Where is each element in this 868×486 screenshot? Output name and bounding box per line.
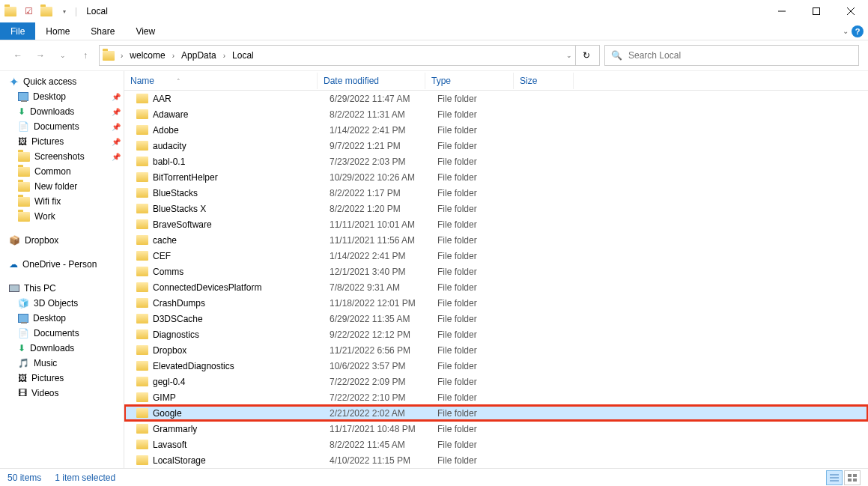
nav-item[interactable]: 📄Documents [0, 326, 124, 341]
file-row[interactable]: babl-0.1 7/23/2022 2:03 PM File folder [124, 154, 868, 169]
forward-button[interactable]: → [31, 46, 49, 64]
nav-item[interactable]: Desktop [0, 311, 124, 326]
breadcrumb-seg[interactable]: AppData [180, 50, 217, 61]
nav-item[interactable]: Work [0, 209, 124, 224]
nav-item[interactable]: 🧊3D Objects [0, 296, 124, 311]
window-title: Local [83, 6, 765, 16]
nav-item[interactable]: ⬇Downloads📌 [0, 104, 124, 119]
nav-item[interactable]: New folder [0, 179, 124, 194]
nav-this-pc[interactable]: This PC [0, 281, 124, 296]
view-icons-button[interactable] [844, 470, 861, 485]
nav-item[interactable]: 📄Documents📌 [0, 119, 124, 134]
ribbon-collapse-icon[interactable]: ⌄ [843, 27, 849, 35]
nav-quick-access[interactable]: ✦Quick access [0, 74, 124, 89]
col-size[interactable]: Size [514, 73, 574, 89]
qat-dropdown-icon[interactable]: ▾ [57, 4, 72, 19]
nav-item[interactable]: 🎞Videos [0, 386, 124, 401]
file-row[interactable]: BraveSoftware 11/11/2021 10:01 AM File f… [124, 216, 868, 232]
file-row[interactable]: AAR 6/29/2022 11:47 AM File folder [124, 91, 868, 106]
file-row[interactable]: Lavasoft 8/2/2022 11:45 AM File folder [124, 437, 868, 452]
history-dropdown-icon[interactable]: ⌄ [54, 46, 72, 64]
nav-item[interactable]: 🖼Pictures📌 [0, 134, 124, 149]
col-name[interactable]: Name˄ [124, 73, 318, 89]
chevron-right-icon[interactable]: › [118, 52, 126, 60]
file-row[interactable]: Diagnostics 9/22/2022 12:12 PM File fold… [124, 326, 868, 342]
file-name: D3DSCache [153, 314, 203, 324]
file-list[interactable]: Name˄ Date modified Type Size AAR 6/29/2… [124, 71, 868, 468]
view-details-button[interactable] [826, 470, 843, 485]
folder-icon [136, 361, 148, 371]
file-name: ConnectedDevicesPlatform [153, 282, 261, 293]
col-date[interactable]: Date modified [318, 73, 425, 89]
folder-icon [136, 424, 148, 434]
tab-view[interactable]: View [125, 22, 166, 40]
nav-label: Dropbox [25, 235, 58, 246]
file-row[interactable]: Google 2/21/2022 2:02 AM File folder [124, 405, 868, 421]
close-button[interactable] [834, 0, 868, 22]
search-input[interactable] [628, 50, 852, 61]
file-type: File folder [431, 361, 520, 371]
minimize-button[interactable] [765, 0, 799, 22]
nav-label: Desktop [33, 313, 66, 324]
nav-item[interactable]: 🖼Pictures [0, 371, 124, 386]
breadcrumb-seg[interactable]: Local [231, 50, 255, 61]
file-row[interactable]: Dropbox 11/21/2022 6:56 PM File folder [124, 342, 868, 358]
file-type: File folder [431, 157, 520, 167]
nav-item[interactable]: 🎵Music [0, 356, 124, 371]
nav-label: Common [34, 166, 71, 177]
refresh-button[interactable]: ↻ [575, 45, 596, 66]
tab-file[interactable]: File [0, 22, 35, 40]
file-row[interactable]: gegl-0.4 7/22/2022 2:09 PM File folder [124, 374, 868, 389]
nav-item[interactable]: Wifi fix [0, 194, 124, 209]
file-row[interactable]: ConnectedDevicesPlatform 7/8/2022 9:31 A… [124, 279, 868, 295]
file-row[interactable]: Adobe 1/14/2022 2:41 PM File folder [124, 122, 868, 138]
picture-icon: 🖼 [18, 373, 27, 383]
file-row[interactable]: BitTorrentHelper 10/29/2022 10:26 AM Fil… [124, 169, 868, 185]
3d-icon: 🧊 [18, 298, 29, 309]
file-name: Diagnostics [153, 329, 199, 340]
file-row[interactable]: GIMP 7/22/2022 2:10 PM File folder [124, 389, 868, 405]
file-row[interactable]: cache 11/11/2021 11:56 AM File folder [124, 232, 868, 248]
file-name: Lavasoft [153, 440, 186, 450]
address-bar[interactable]: › welcome › AppData › Local ⌄ ↻ [99, 45, 600, 66]
new-folder-icon[interactable] [39, 4, 54, 19]
titlebar: ☑ ▾ | Local [0, 0, 868, 22]
maximize-button[interactable] [799, 0, 834, 22]
chevron-right-icon[interactable]: › [169, 52, 177, 60]
video-icon: 🎞 [18, 388, 27, 398]
help-icon[interactable]: ? [852, 25, 864, 37]
file-row[interactable]: Adaware 8/2/2022 11:31 AM File folder [124, 106, 868, 122]
nav-item[interactable]: Screenshots📌 [0, 149, 124, 164]
col-type[interactable]: Type [425, 73, 514, 89]
file-row[interactable]: LocalStorage 4/10/2022 11:15 PM File fol… [124, 452, 868, 468]
nav-item[interactable]: ⬇Downloads [0, 341, 124, 356]
properties-icon[interactable]: ☑ [21, 4, 36, 19]
file-row[interactable]: audacity 9/7/2022 1:21 PM File folder [124, 138, 868, 154]
tab-share[interactable]: Share [80, 22, 125, 40]
up-button[interactable]: ↑ [76, 46, 94, 64]
tab-home[interactable]: Home [35, 22, 80, 40]
file-date: 4/10/2022 11:15 PM [324, 455, 431, 466]
search-box[interactable]: 🔍 [604, 45, 859, 66]
folder-icon [136, 345, 148, 355]
nav-pane[interactable]: ✦Quick access Desktop📌⬇Downloads📌📄Docume… [0, 71, 124, 468]
address-dropdown-icon[interactable]: ⌄ [566, 52, 572, 59]
file-row[interactable]: CEF 1/14/2022 2:41 PM File folder [124, 248, 868, 264]
nav-item[interactable]: Desktop📌 [0, 89, 124, 104]
file-row[interactable]: CrashDumps 11/18/2022 12:01 PM File fold… [124, 295, 868, 311]
back-button[interactable]: ← [9, 46, 27, 64]
nav-onedrive[interactable]: ☁OneDrive - Person [0, 257, 124, 272]
pin-icon: 📌 [112, 123, 121, 131]
folder-icon [136, 329, 148, 339]
file-row[interactable]: Grammarly 11/17/2021 10:48 PM File folde… [124, 421, 868, 437]
file-row[interactable]: ElevatedDiagnostics 10/6/2022 3:57 PM Fi… [124, 358, 868, 374]
file-row[interactable]: BlueStacks 8/2/2022 1:17 PM File folder [124, 185, 868, 201]
nav-dropbox[interactable]: 📦Dropbox [0, 233, 124, 248]
file-row[interactable]: D3DSCache 6/29/2022 11:35 AM File folder [124, 311, 868, 326]
file-date: 10/29/2022 10:26 AM [324, 172, 431, 183]
file-row[interactable]: BlueStacks X 8/2/2022 1:20 PM File folde… [124, 201, 868, 216]
file-row[interactable]: Comms 12/1/2021 3:40 PM File folder [124, 264, 868, 279]
nav-item[interactable]: Common [0, 164, 124, 179]
chevron-right-icon[interactable]: › [220, 52, 228, 60]
breadcrumb-seg[interactable]: welcome [129, 50, 166, 61]
